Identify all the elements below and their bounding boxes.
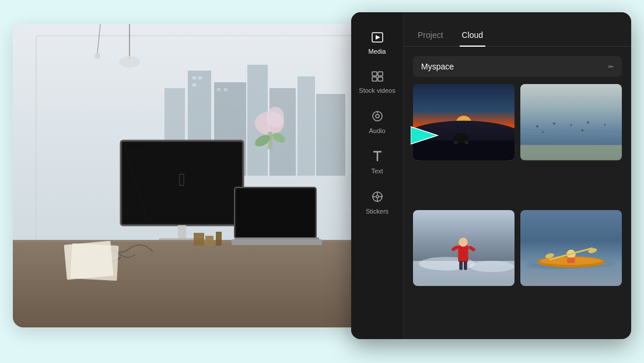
svg-rect-42 [372,72,377,76]
audio-icon [372,110,383,124]
thumbnail-kayak[interactable] [520,210,622,287]
svg-point-72 [570,124,572,126]
svg-rect-6 [298,76,315,176]
svg-point-19 [267,107,284,128]
svg-point-64 [465,141,468,145]
svg-point-80 [470,261,514,272]
svg-rect-39 [70,243,118,281]
svg-point-74 [604,124,606,125]
cloud-dropdown[interactable]: Myspace ⤔ [413,56,622,77]
svg-point-70 [536,125,538,128]
svg-rect-32 [205,236,214,246]
svg-rect-13 [224,88,228,91]
svg-point-75 [542,131,544,133]
svg-rect-12 [217,88,220,91]
svg-point-17 [94,53,100,59]
sidebar-stickers-label: Stickers [366,208,388,215]
svg-rect-11 [192,83,196,86]
svg-point-47 [376,114,379,118]
sidebar-text-label: Text [371,167,383,174]
svg-marker-41 [376,35,380,40]
sidebar-item-text[interactable]: Text [351,142,403,183]
sidebar-item-stickers[interactable]: Stickers [351,183,403,223]
tabs-bar: Project Cloud [404,12,631,47]
svg-rect-7 [316,94,345,176]
svg-rect-43 [378,72,383,76]
app-panel: Media Stock videos [351,12,631,339]
sidebar-item-media[interactable]: Media [351,24,403,63]
tab-cloud[interactable]: Cloud [460,25,486,47]
scene-container:  [13,12,631,351]
svg-text::  [179,170,186,189]
sidebar-audio-label: Audio [369,127,385,134]
svg-rect-93 [567,257,575,263]
thumbnail-sunset[interactable] [413,84,514,160]
svg-rect-81 [458,245,468,261]
svg-point-52 [376,196,379,198]
svg-point-73 [587,121,589,124]
svg-point-71 [553,123,555,125]
svg-rect-60 [413,141,514,160]
chevron-down-icon: ⤔ [608,62,614,71]
sidebar-stock-label: Stock videos [359,87,395,94]
svg-point-63 [454,141,458,145]
main-content: Project Cloud Myspace ⤔ [404,12,631,339]
svg-rect-69 [520,145,622,160]
dropdown-selected-label: Myspace [421,62,608,71]
sidebar-item-stock-videos[interactable]: Stock videos [351,63,403,102]
svg-rect-85 [459,261,463,270]
svg-rect-9 [192,76,196,79]
svg-rect-86 [464,261,467,270]
sidebar: Media Stock videos [351,12,404,339]
sidebar-item-audio[interactable]: Audio [351,102,403,142]
svg-rect-33 [216,232,222,246]
svg-rect-27 [178,225,186,238]
svg-rect-10 [198,76,202,79]
svg-rect-44 [372,77,377,81]
svg-rect-45 [378,77,383,81]
svg-rect-31 [194,233,204,246]
text-icon [372,151,383,164]
media-icon [372,32,383,44]
thumbnail-snow[interactable] [413,210,514,287]
svg-rect-35 [236,189,314,237]
svg-rect-62 [456,133,466,137]
thumbnail-ocean[interactable] [520,84,622,160]
svg-point-82 [459,238,467,246]
sidebar-media-label: Media [369,48,386,55]
svg-rect-37 [232,239,322,245]
svg-point-15 [119,56,140,68]
tab-project[interactable]: Project [415,25,446,47]
svg-point-76 [581,129,583,131]
city-buildings:  [13,24,386,327]
stock-videos-icon [372,71,383,83]
background-photo-card:  [13,24,386,327]
stickers-icon [372,191,383,204]
svg-rect-87 [520,210,622,287]
thumbnail-grid [404,84,631,339]
